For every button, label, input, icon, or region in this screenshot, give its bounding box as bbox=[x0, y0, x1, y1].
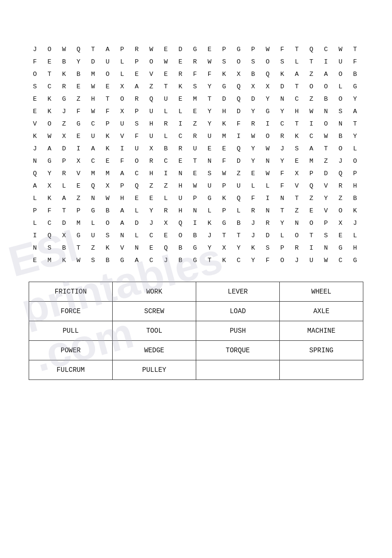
grid-cell: K bbox=[101, 131, 114, 143]
grid-cell: M bbox=[189, 94, 201, 106]
grid-cell: W bbox=[320, 131, 332, 143]
grid-cell: Z bbox=[334, 193, 347, 205]
grid-cell: T bbox=[159, 81, 172, 94]
grid-cell: F bbox=[116, 156, 128, 168]
grid-cell: Z bbox=[72, 94, 85, 106]
grid-cell: L bbox=[159, 131, 172, 143]
grid-cell: K bbox=[291, 131, 303, 143]
grid-cell: T bbox=[203, 255, 216, 267]
grid-cell: L bbox=[349, 143, 361, 156]
grid-cell: S bbox=[101, 230, 114, 242]
grid-cell: E bbox=[159, 69, 172, 81]
grid-cell: H bbox=[174, 180, 187, 193]
grid-cell: X bbox=[247, 81, 259, 94]
grid-cell: X bbox=[58, 230, 70, 242]
grid-cell: P bbox=[130, 106, 143, 118]
grid-cell: T bbox=[58, 205, 70, 218]
grid-cell: X bbox=[145, 143, 158, 156]
grid-cell: Y bbox=[203, 118, 216, 131]
grid-cell: C bbox=[320, 44, 332, 56]
grid-cell: K bbox=[349, 205, 361, 218]
word-cell: PULLEY bbox=[113, 360, 196, 379]
grid-cell: S bbox=[247, 56, 259, 69]
grid-cell: E bbox=[72, 180, 85, 193]
grid-cell: G bbox=[262, 106, 274, 118]
grid-cell: O bbox=[233, 56, 245, 69]
grid-cell: H bbox=[174, 205, 187, 218]
grid-cell: R bbox=[130, 94, 143, 106]
grid-cell: D bbox=[233, 156, 245, 168]
grid-cell: S bbox=[43, 242, 55, 255]
grid-cell: P bbox=[218, 180, 230, 193]
grid-cell: N bbox=[203, 156, 216, 168]
grid-cell: C bbox=[145, 230, 158, 242]
grid-cell: E bbox=[72, 81, 85, 94]
grid-cell: L bbox=[174, 106, 187, 118]
grid-cell: H bbox=[145, 118, 158, 131]
grid-cell: F bbox=[233, 118, 245, 131]
grid-cell: R bbox=[58, 81, 70, 94]
grid-cell: K bbox=[58, 255, 70, 267]
grid-cell: X bbox=[58, 131, 70, 143]
grid-cell: F bbox=[189, 69, 201, 81]
grid-cell: I bbox=[262, 193, 274, 205]
grid-cell: T bbox=[43, 69, 55, 81]
grid-cell: P bbox=[276, 242, 288, 255]
grid-cell: T bbox=[291, 193, 303, 205]
grid-cell: O bbox=[145, 56, 158, 69]
grid-cell: Y bbox=[203, 81, 216, 94]
grid-cell: E bbox=[189, 168, 201, 180]
grid-cell: C bbox=[87, 118, 99, 131]
grid-cell: Z bbox=[159, 180, 172, 193]
grid-cell: O bbox=[291, 230, 303, 242]
grid-cell: N bbox=[334, 118, 347, 131]
grid-cell: F bbox=[43, 205, 55, 218]
grid-cell: M bbox=[72, 218, 85, 230]
grid-cell: H bbox=[87, 94, 99, 106]
word-cell bbox=[196, 360, 280, 379]
grid-cell: B bbox=[58, 242, 70, 255]
grid-cell: D bbox=[174, 44, 187, 56]
grid-cell: O bbox=[305, 81, 318, 94]
grid-cell: Q bbox=[174, 218, 187, 230]
grid-cell: R bbox=[276, 131, 288, 143]
word-entry: FULCRUM bbox=[31, 364, 110, 376]
grid-cell: Y bbox=[349, 131, 361, 143]
grid-cell: A bbox=[101, 44, 114, 56]
grid-cell: Z bbox=[305, 69, 318, 81]
grid-cell: M bbox=[43, 255, 55, 267]
word-cell: AXLE bbox=[280, 301, 363, 321]
grid-cell: J bbox=[349, 218, 361, 230]
grid-cell: B bbox=[334, 131, 347, 143]
grid-cell: N bbox=[116, 230, 128, 242]
grid-cell: J bbox=[247, 230, 259, 242]
grid-cell: G bbox=[349, 255, 361, 267]
grid-cell: E bbox=[189, 106, 201, 118]
grid-cell: I bbox=[233, 131, 245, 143]
grid-cell: C bbox=[305, 131, 318, 143]
grid-cell: W bbox=[72, 255, 85, 267]
grid-cell: Z bbox=[145, 180, 158, 193]
word-entry: MACHINE bbox=[282, 325, 361, 337]
grid-cell: W bbox=[189, 180, 201, 193]
grid-cell: A bbox=[305, 143, 318, 156]
grid-cell: F bbox=[276, 168, 288, 180]
grid-cell: C bbox=[291, 94, 303, 106]
grid-cell: G bbox=[58, 94, 70, 106]
word-cell: PULL bbox=[29, 321, 113, 340]
page: JOWQTAPRWEDGEPGPWFTQCWTFEBYDULPOWERWSOSO… bbox=[0, 0, 392, 558]
word-entry: POWER bbox=[31, 345, 110, 356]
grid-cell: D bbox=[320, 168, 332, 180]
grid-cell: E bbox=[130, 69, 143, 81]
grid-cell: I bbox=[29, 230, 41, 242]
grid-cell: V bbox=[29, 118, 41, 131]
grid-cell: Y bbox=[276, 106, 288, 118]
grid-cell: J bbox=[145, 218, 158, 230]
grid-cell: S bbox=[203, 168, 216, 180]
word-entry: LEVER bbox=[198, 286, 277, 297]
grid-cell: O bbox=[334, 205, 347, 218]
word-cell: MACHINE bbox=[280, 321, 363, 340]
grid-cell: W bbox=[87, 106, 99, 118]
grid-cell: N bbox=[189, 205, 201, 218]
grid-cell: N bbox=[29, 156, 41, 168]
